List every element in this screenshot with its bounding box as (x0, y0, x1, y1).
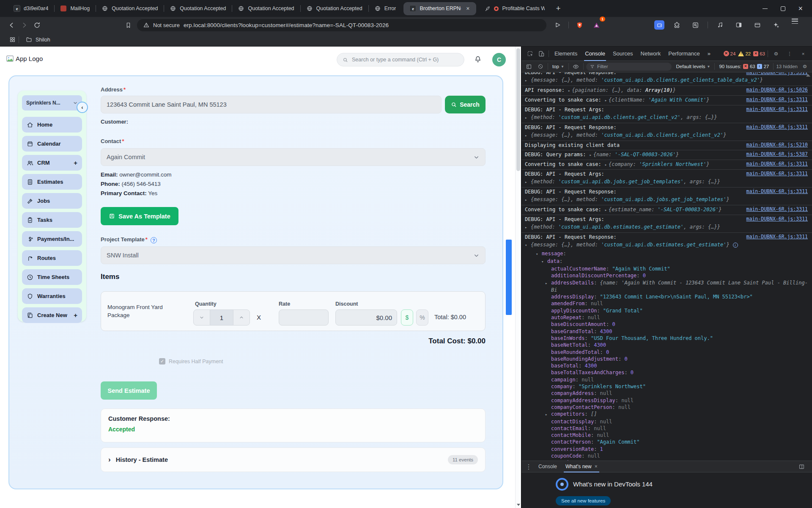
console-settings-icon[interactable]: ⚙ (800, 62, 809, 71)
console-source-link[interactable]: main-DUBNX-6R.js:3311 (746, 97, 808, 103)
hidden-messages-label[interactable]: 13 hidden (776, 64, 798, 69)
devtools-tab-console[interactable]: Console (581, 47, 609, 61)
back-icon[interactable] (5, 19, 18, 31)
address-bar[interactable]: Not secure erp.local:8000/clients?lookup… (137, 19, 546, 31)
console-row[interactable]: company: "Sprinklers Northwest" (521, 383, 812, 390)
console-row[interactable]: actualCustomerName: "Again With Commit" (521, 265, 812, 272)
app-logo[interactable]: App Logo (6, 55, 43, 62)
console-sidebar-icon[interactable] (524, 62, 533, 71)
project-template-select[interactable]: SNW Install (101, 246, 486, 264)
menu-icon[interactable] (788, 19, 801, 31)
console-source-link[interactable]: main-DUBNX-6R.js:3311 (746, 216, 808, 222)
console-row[interactable]: baseDiscountAmount: 0 (521, 321, 812, 328)
console-row[interactable]: companyAddress: null (521, 390, 812, 397)
sidebar-item-calendar[interactable]: Calendar (22, 136, 82, 152)
context-selector[interactable]: top▼ (551, 64, 566, 69)
sidebar-item-routes[interactable]: Routes (22, 250, 82, 266)
browser-tab[interactable]: ed3i9ei0ar4 (8, 0, 54, 17)
plus-icon[interactable]: + (74, 312, 77, 319)
issues-count-badge[interactable]: ✕63 (753, 51, 765, 56)
plus-icon[interactable]: + (74, 159, 77, 166)
console-row[interactable]: ▾{message: {…}, method: 'custom_ui.api.d… (521, 242, 812, 250)
console-row[interactable]: ▾message: (521, 250, 812, 258)
save-as-template-button[interactable]: Save As Template (101, 207, 178, 225)
sidebar-item-create-new[interactable]: Create New+ (22, 307, 82, 323)
console-row[interactable]: DEBUG: API - Request Response:main-DUBNX… (521, 232, 812, 242)
console-row[interactable]: DEBUG: API - Request Args:main-DUBNX-6R.… (521, 169, 812, 179)
console-row[interactable]: DEBUG: API - Request Response:main-DUBNX… (521, 187, 812, 196)
discount-input[interactable]: $0.00 (335, 309, 397, 326)
discount-dollar-toggle[interactable]: $ (401, 309, 413, 326)
sidebar-item-estimates[interactable]: Estimates (22, 174, 82, 190)
console-row[interactable]: ▸{method: 'custom_ui.api.db.clients.get_… (521, 114, 812, 123)
contact-select[interactable]: Again Commit (101, 148, 486, 166)
sidebar-item-time-sheets[interactable]: Time Sheets (22, 269, 82, 285)
browser-tab-active[interactable]: eBrotherton ERPNe× (403, 2, 476, 15)
console-source-link[interactable]: main-DUBNX-6R.js:3311 (746, 234, 808, 240)
console-row[interactable]: API response:▸{pagination: {…}, data: Ar… (521, 86, 812, 95)
console-source-link[interactable]: main-DUBNX-6R.js:3311 (746, 72, 808, 76)
see-all-features-button[interactable]: See all new features (556, 496, 611, 505)
drawer-tab-what-s-new[interactable]: What's new× (561, 461, 602, 472)
window-close-icon[interactable]: × (798, 6, 803, 11)
console-row[interactable]: DEBUG: API - Request Response:main-DUBNX… (521, 123, 812, 132)
window-minimize-icon[interactable] (763, 6, 768, 11)
console-row[interactable]: ▸addressDetails: {name: 'Again With Comm… (521, 279, 812, 294)
console-row[interactable]: campaign: null (521, 376, 812, 383)
console-row[interactable]: Converting to snake case:▸{company: 'Spr… (521, 160, 812, 169)
devtools-tab-performance[interactable]: Performance (664, 47, 703, 61)
console-row[interactable]: contactMobile: null (521, 432, 812, 439)
new-tab-button[interactable]: + (551, 0, 565, 17)
sidebar-item-home[interactable]: Home (22, 117, 82, 133)
console-source-link[interactable]: main-DUBNX-6R.js:5387 (746, 151, 808, 157)
console-row[interactable]: ▾data: (521, 258, 812, 265)
user-avatar[interactable]: C (492, 53, 506, 66)
console-row[interactable]: baseRoundedTotal: 0 (521, 349, 812, 356)
chevron-right-icon[interactable]: › (108, 456, 111, 464)
discount-percent-toggle[interactable]: % (416, 309, 428, 326)
close-icon[interactable]: × (595, 461, 598, 472)
console-row[interactable]: autoRepeat: null (521, 314, 812, 321)
command-search-input[interactable]: Search or type a command (Ctrl + G) (337, 53, 464, 66)
issues-counter[interactable]: 90 Issues: ✕63 i27 (717, 64, 771, 69)
console-row[interactable]: ▸{method: 'custom_ui.api.db.jobs.get_job… (521, 179, 812, 187)
console-source-link[interactable]: main-DUBNX-6R.js:3311 (746, 206, 808, 213)
console-row[interactable]: addressDisplay: "123643 Commit Lane<br>\… (521, 293, 812, 300)
notifications-bell-icon[interactable] (474, 55, 482, 64)
clear-console-icon[interactable] (536, 62, 545, 71)
console-row[interactable]: applyDiscountOn: "Grand Total" (521, 307, 812, 314)
more-tabs-icon[interactable]: » (704, 47, 714, 61)
console-row[interactable]: contactDisplay: null (521, 418, 812, 425)
apps-grid-icon[interactable] (6, 33, 19, 46)
scroll-up-arrow[interactable] (806, 74, 810, 77)
browser-tab[interactable]: Error (368, 0, 402, 17)
console-row[interactable]: baseNetTotal: 4300 (521, 342, 812, 348)
console-row[interactable]: contactPerson: "Again Commit" (521, 439, 812, 445)
leo-ai-icon[interactable] (770, 19, 782, 31)
sidebar-toggle-icon[interactable] (732, 19, 745, 31)
sidebar-item-tasks[interactable]: Tasks (22, 212, 82, 228)
sidebar-item-payments-in[interactable]: Payments/In... (22, 231, 82, 247)
console-row[interactable]: companyContactPerson: null (521, 404, 812, 411)
log-levels-selector[interactable]: Default levels▼ (674, 64, 712, 69)
brave-shield-icon[interactable] (573, 19, 586, 31)
console-source-link[interactable]: main-DUBNX-6R.js:3311 (746, 171, 808, 177)
live-expression-eye-icon[interactable] (571, 62, 581, 71)
drawer-tab-console[interactable]: Console (534, 461, 561, 472)
quantity-increment-button[interactable] (233, 309, 250, 326)
rate-input[interactable] (279, 309, 329, 326)
sidebar-item-jobs[interactable]: Jobs (22, 193, 82, 209)
sidebar-collapse-button[interactable]: ‹ (77, 102, 88, 113)
console-row[interactable]: couponCode: null (521, 453, 812, 459)
console-row[interactable]: baseGrandTotal: 4300 (521, 328, 812, 335)
browser-tab[interactable]: Quotation Accepted (300, 0, 368, 17)
quantity-decrement-button[interactable] (193, 309, 210, 326)
console-row[interactable]: baseRoundingAdjustment: 0 (521, 356, 812, 362)
reader-icon[interactable] (689, 19, 702, 31)
console-filter-input[interactable]: Filter (586, 63, 672, 71)
extensions-icon[interactable] (670, 19, 683, 31)
sidebar-item-crm[interactable]: CRM+ (22, 155, 82, 171)
drawer-menu-icon[interactable]: ⋮ (523, 461, 534, 472)
devtools-tab-sources[interactable]: Sources (609, 47, 637, 61)
quantity-value[interactable]: 1 (210, 309, 233, 326)
